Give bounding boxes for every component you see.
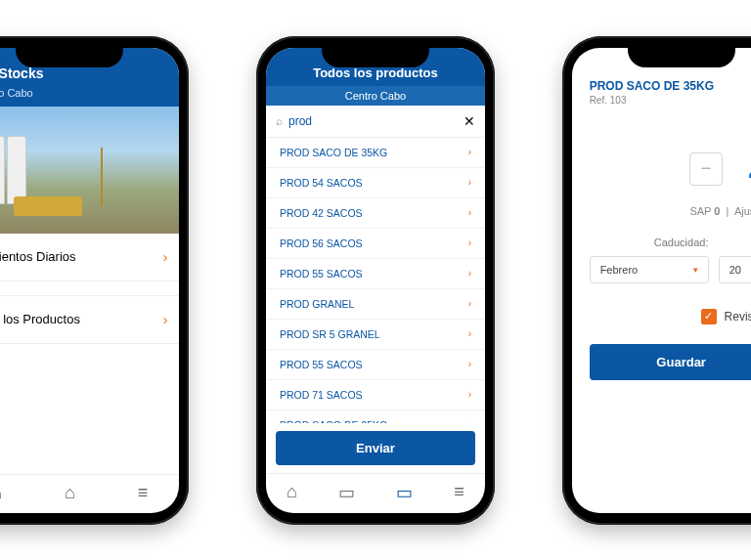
products-icon[interactable]: ▭: [396, 482, 413, 503]
product-name: PROD 55 SACOS: [280, 268, 363, 280]
chevron-right-icon: ›: [468, 328, 471, 340]
clear-icon[interactable]: ✕: [464, 113, 475, 129]
product-title: PROD SACO DE 35KG: [590, 79, 751, 93]
product-name: PROD GRANEL: [280, 298, 354, 310]
list-item[interactable]: PROD 56 SACOS›: [266, 229, 485, 259]
archive-icon[interactable]: ⌂: [65, 483, 75, 503]
list-item[interactable]: PROD 42 SACOS›: [266, 198, 485, 229]
chevron-right-icon: ›: [468, 389, 471, 401]
list-item[interactable]: PROD SACO DE 35KG›: [266, 138, 485, 168]
menu-icon[interactable]: ≡: [138, 483, 149, 503]
chevron-right-icon: ›: [468, 359, 471, 370]
product-list: PROD SACO DE 35KG›PROD 54 SACOS›PROD 42 …: [266, 138, 485, 423]
menu-label: odos los Productos: [0, 312, 80, 326]
list-item[interactable]: PROD SR 5 GRANEL›: [266, 320, 485, 350]
center-label: Centro Cabo: [266, 86, 485, 106]
chevron-right-icon: ›: [468, 419, 471, 423]
home-icon[interactable]: ⌂: [287, 482, 297, 502]
expiry-label: Caducidad:: [590, 237, 751, 248]
menu-item-all-products[interactable]: odos los Productos ›: [0, 295, 179, 344]
year-select[interactable]: 20: [719, 256, 751, 283]
product-name: PROD SACO DE 25KG: [280, 419, 387, 423]
product-ref: Ref. 103: [590, 95, 751, 106]
list-item[interactable]: PROD 71 SACOS›: [266, 380, 485, 410]
tab-bar: ⌂ ⌂ ≡: [0, 474, 179, 513]
send-button[interactable]: Enviar: [276, 431, 475, 465]
search-bar: ⌕ ✕: [266, 106, 485, 138]
chevron-right-icon: ›: [468, 268, 471, 280]
list-item[interactable]: PROD 54 SACOS›: [266, 168, 485, 198]
chevron-right-icon: ›: [468, 298, 471, 310]
product-name: PROD 42 SACOS: [280, 207, 363, 219]
decrement-button[interactable]: −: [689, 152, 723, 186]
product-name: PROD SR 5 GRANEL: [280, 328, 380, 340]
save-button[interactable]: Guardar: [590, 344, 751, 380]
product-name: PROD 71 SACOS: [280, 389, 363, 401]
search-icon: ⌕: [276, 114, 283, 128]
menu-item-movements[interactable]: ovimientos Diarios ›: [0, 234, 179, 281]
product-name: PROD 55 SACOS: [280, 359, 363, 370]
list-item[interactable]: PROD GRANEL›: [266, 289, 485, 320]
product-name: PROD 56 SACOS: [280, 237, 363, 249]
calendar-icon[interactable]: ▭: [338, 482, 355, 503]
chevron-right-icon: ›: [163, 312, 168, 327]
sap-adjust-info: SAP 0 | Ajuste 4: [590, 205, 751, 217]
chevron-right-icon: ›: [468, 207, 471, 219]
product-name: PROD SACO DE 35KG: [280, 147, 387, 158]
list-item[interactable]: PROD SACO DE 25KG›: [266, 410, 485, 423]
menu-label: ovimientos Diarios: [0, 249, 76, 264]
hero-image: [0, 107, 179, 234]
chevron-right-icon: ›: [468, 177, 471, 189]
reviewed-checkbox[interactable]: ✓: [701, 309, 717, 324]
list-item[interactable]: PROD 55 SACOS›: [266, 259, 485, 289]
product-name: PROD 54 SACOS: [280, 177, 363, 189]
chevron-right-icon: ›: [468, 147, 471, 158]
chevron-down-icon: ▾: [693, 265, 698, 275]
list-item[interactable]: PROD 55 SACOS›: [266, 350, 485, 380]
chevron-right-icon: ›: [163, 249, 168, 265]
search-input[interactable]: [288, 114, 458, 128]
month-select[interactable]: Febrero▾: [590, 256, 709, 283]
chevron-right-icon: ›: [468, 237, 471, 249]
reviewed-label: Revisado: [725, 310, 751, 323]
menu-icon[interactable]: ≡: [454, 482, 464, 502]
calendar-icon[interactable]: ⌂: [0, 483, 2, 503]
center-label: Centro Cabo: [0, 87, 179, 107]
tab-bar: ⌂ ▭ ▭ ≡: [266, 473, 485, 513]
